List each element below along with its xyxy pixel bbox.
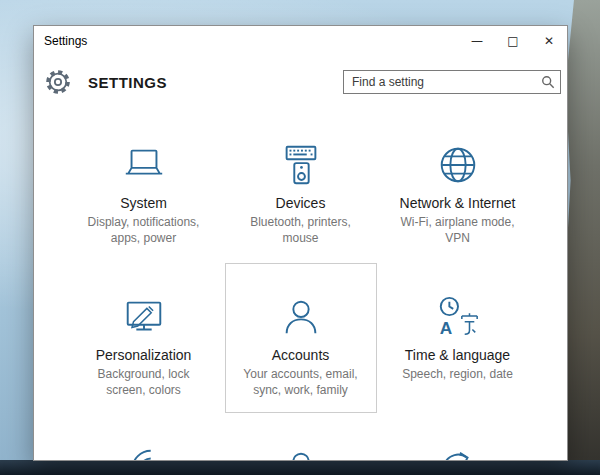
tile-system[interactable]: System Display, notifications, apps, pow… [68,111,220,261]
page-title: SETTINGS [88,74,167,91]
tile-subtitle: Bluetooth, printers, mouse [226,214,376,246]
settings-grid: System Display, notifications, apps, pow… [65,111,537,461]
screen-brush-icon [121,294,167,340]
tile-devices[interactable]: Devices Bluetooth, printers, mouse [225,111,377,261]
tile-subtitle: Background, lock screen, colors [69,366,219,398]
privacy-lock-icon [278,446,324,461]
tile-ease-of-access[interactable] [68,415,220,461]
globe-icon [435,142,481,188]
search-icon[interactable] [541,75,555,89]
search-box [343,70,561,94]
search-input[interactable] [343,70,561,94]
laptop-icon [121,142,167,188]
wallpaper-bottom [0,460,600,475]
tile-title: Network & Internet [383,195,533,211]
tile-privacy[interactable] [225,415,377,461]
tile-title: Time & language [383,347,533,363]
update-security-icon [435,446,481,461]
window-title: Settings [34,34,87,48]
tile-network-internet[interactable]: Network & Internet Wi-Fi, airplane mode,… [382,111,534,261]
person-icon [278,294,324,340]
svg-text:A: A [439,318,451,338]
tile-update-security[interactable] [382,415,534,461]
app-header: SETTINGS [34,56,567,108]
tile-title: Devices [226,195,376,211]
tile-subtitle: Speech, region, date [383,366,533,382]
titlebar[interactable]: Settings — □ ✕ [34,26,567,56]
tile-title: Accounts [226,347,376,363]
tile-personalization[interactable]: Personalization Background, lock screen,… [68,263,220,413]
tile-title: Personalization [69,347,219,363]
tile-title: System [69,195,219,211]
minimize-button[interactable]: — [459,26,495,56]
settings-window: Settings — □ ✕ SETTINGS System [33,25,568,461]
maximize-button[interactable]: □ [495,26,531,56]
ease-of-access-icon [121,446,167,461]
tile-subtitle: Display, notifications, apps, power [69,214,219,246]
gear-icon [44,68,72,96]
clock-language-icon: A [435,294,481,340]
close-button[interactable]: ✕ [531,26,567,56]
keyboard-speaker-icon [278,142,324,188]
tile-accounts[interactable]: Accounts Your accounts, email, sync, wor… [225,263,377,413]
tile-subtitle: Your accounts, email, sync, work, family [226,366,376,398]
tile-time-language[interactable]: A Time & language Speech, region, date [382,263,534,413]
tile-subtitle: Wi-Fi, airplane mode, VPN [383,214,533,246]
